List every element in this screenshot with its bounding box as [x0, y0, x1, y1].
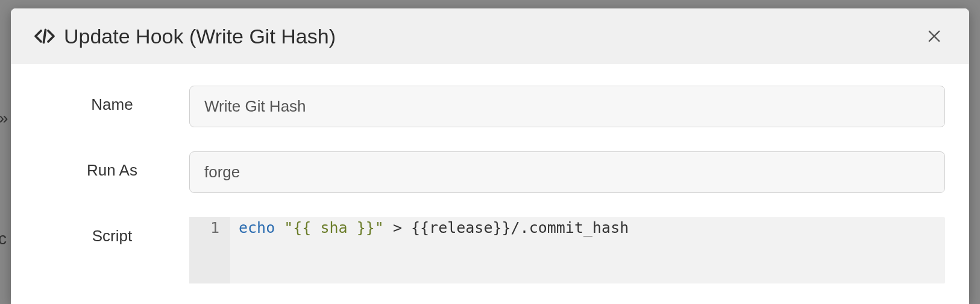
script-field-wrap: 1 echo "{{ sha }}" > {{release}}/.commit…: [189, 217, 945, 283]
runas-field-wrap: [189, 151, 945, 193]
form-row-runas: Run As: [35, 151, 945, 193]
runas-label: Run As: [35, 151, 189, 180]
code-content[interactable]: echo "{{ sha }}" > {{release}}/.commit_h…: [230, 217, 945, 283]
name-input[interactable]: [189, 86, 945, 127]
modal-body: Name Run As Script 1 echo "{{ sha }}" > …: [11, 64, 969, 304]
code-icon: [34, 25, 55, 47]
line-number: 1: [189, 219, 219, 236]
background-fragment: »: [0, 109, 8, 128]
script-editor[interactable]: 1 echo "{{ sha }}" > {{release}}/.commit…: [189, 217, 945, 283]
svg-line-0: [44, 30, 46, 43]
code-token-plain: > {{release}}/.commit_hash: [384, 219, 629, 236]
background-fragment: c: [0, 229, 7, 249]
name-field-wrap: [189, 86, 945, 127]
code-token-keyword: echo: [239, 219, 275, 236]
runas-input[interactable]: [189, 151, 945, 193]
update-hook-modal: Update Hook (Write Git Hash) Name Run As…: [11, 8, 969, 304]
close-button[interactable]: [922, 24, 946, 48]
modal-header: Update Hook (Write Git Hash): [11, 8, 969, 64]
close-icon: [926, 28, 943, 45]
code-token-string: "{{ sha }}": [275, 219, 384, 236]
code-gutter: 1: [189, 217, 230, 283]
form-row-script: Script 1 echo "{{ sha }}" > {{release}}/…: [35, 217, 945, 283]
modal-title: Update Hook (Write Git Hash): [64, 25, 336, 48]
script-label: Script: [35, 217, 189, 245]
form-row-name: Name: [35, 86, 945, 127]
modal-title-wrap: Update Hook (Write Git Hash): [34, 25, 336, 48]
name-label: Name: [35, 86, 189, 114]
